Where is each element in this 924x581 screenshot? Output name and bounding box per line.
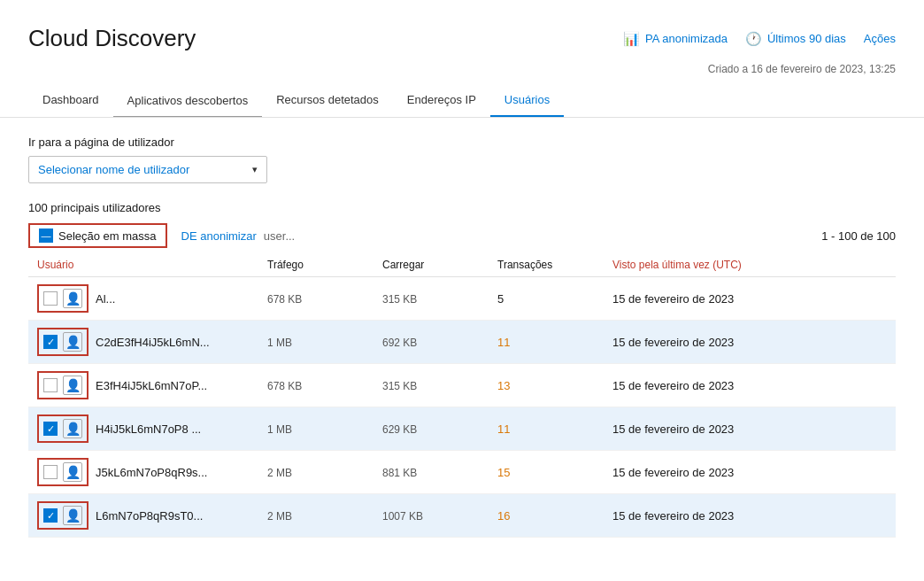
transactions-cell: 16 <box>489 494 604 538</box>
upload-cell: 1007 KB <box>373 494 489 538</box>
transactions-value: 11 <box>497 336 510 349</box>
user-cell: 👤Al... <box>37 284 250 313</box>
row-checkbox-area: ✓👤 <box>37 414 89 443</box>
transactions-value: 16 <box>497 509 510 523</box>
actions-button[interactable]: Ações <box>864 32 896 45</box>
user-avatar-icon: 👤 <box>63 376 82 395</box>
tabs-bar: Dashboard Aplicativos descobertos Recurs… <box>0 84 924 118</box>
time-filter-action[interactable]: 🕐 Últimos 90 dias <box>745 31 846 47</box>
clock-icon: 🕐 <box>745 31 762 47</box>
user-cell: ✓👤C2dE3fH4iJ5kL6mN... <box>37 328 250 356</box>
de-anonymize-button[interactable]: DE anonimizar <box>181 229 257 243</box>
row-checkbox[interactable] <box>43 378 58 392</box>
last-seen-value: 15 de fevereiro de 2023 <box>612 292 734 306</box>
table-row: 👤Al...678 KB315 KB515 de fevereiro de 20… <box>28 277 896 321</box>
checkmark-icon: ✓ <box>47 423 55 435</box>
traffic-cell: 2 MB <box>258 451 373 494</box>
traffic-value: 1 MB <box>267 337 292 349</box>
upload-value: 315 KB <box>382 293 417 306</box>
transactions-cell: 11 <box>489 321 604 364</box>
row-checkbox-area: ✓👤 <box>37 328 89 356</box>
username-label[interactable]: C2dE3fH4iJ5kL6mN... <box>96 336 210 349</box>
last-seen-cell: 15 de fevereiro de 2023 <box>604 494 896 538</box>
header-actions: 📊 PA anonimizada 🕐 Últimos 90 dias Ações <box>623 31 896 47</box>
anonymized-action[interactable]: 📊 PA anonimizada <box>623 31 728 47</box>
user-avatar-icon: 👤 <box>63 506 82 525</box>
user-avatar-icon: 👤 <box>63 332 82 352</box>
tab-ip-addresses[interactable]: Endereços IP <box>393 84 490 117</box>
last-seen-cell: 15 de fevereiro de 2023 <box>604 407 896 451</box>
user-cell: ✓👤H4iJ5kL6mN7oP8 ... <box>37 414 250 443</box>
table-header: Usuário Tráfego Carregar Transações Vist… <box>28 252 896 277</box>
col-header-user: Usuário <box>28 252 258 277</box>
last-seen-cell: 15 de fevereiro de 2023 <box>604 451 896 494</box>
mass-select-box[interactable]: — Seleção em massa <box>28 223 167 248</box>
transactions-value: 5 <box>497 292 504 306</box>
username-label[interactable]: J5kL6mN7oP8qR9s... <box>96 466 207 479</box>
mass-select-row: — Seleção em massa DE anonimizar user...… <box>28 223 896 248</box>
dropdown-label: Ir para a página de utilizador <box>28 136 896 149</box>
user-avatar-icon: 👤 <box>63 419 82 438</box>
username-label[interactable]: L6mN7oP8qR9sT0... <box>96 509 203 523</box>
row-checkbox[interactable]: ✓ <box>43 508 58 523</box>
header: Cloud Discovery 📊 PA anonimizada 🕐 Últim… <box>0 0 924 59</box>
page: Cloud Discovery 📊 PA anonimizada 🕐 Últim… <box>0 0 924 581</box>
username-label[interactable]: H4iJ5kL6mN7oP8 ... <box>96 422 201 436</box>
dropdown-placeholder: Selecionar nome de utilizador <box>38 163 189 176</box>
transactions-cell: 15 <box>489 451 604 494</box>
table-row: ✓👤L6mN7oP8qR9sT0...2 MB1007 KB1615 de fe… <box>28 494 896 538</box>
table-row: 👤E3fH4iJ5kL6mN7oP...678 KB315 KB1315 de … <box>28 364 896 407</box>
anonymized-label: PA anonimizada <box>645 32 728 45</box>
transactions-cell: 13 <box>489 364 604 407</box>
row-checkbox-area: ✓👤 <box>37 501 89 530</box>
upload-value: 1007 KB <box>382 510 423 523</box>
mass-select-checkbox[interactable]: — <box>39 229 53 243</box>
page-title: Cloud Discovery <box>28 25 196 52</box>
tab-detected-resources[interactable]: Recursos detetados <box>262 84 393 117</box>
checkmark-icon: ✓ <box>47 510 55 522</box>
user-selector-dropdown[interactable]: Selecionar nome de utilizador ▾ <box>28 156 267 183</box>
traffic-cell: 678 KB <box>258 364 373 407</box>
user-filter-text: user... <box>264 229 295 243</box>
checkmark-icon: — <box>42 230 51 241</box>
tab-users[interactable]: Usuários <box>490 84 564 117</box>
traffic-value: 678 KB <box>267 380 302 392</box>
username-label[interactable]: E3fH4iJ5kL6mN7oP... <box>96 379 207 392</box>
col-header-transactions: Transações <box>489 252 604 277</box>
table-row: ✓👤H4iJ5kL6mN7oP8 ...1 MB629 KB1115 de fe… <box>28 407 896 451</box>
row-checkbox-area: 👤 <box>37 284 89 313</box>
table-header-row: Usuário Tráfego Carregar Transações Vist… <box>28 252 896 277</box>
table-body: 👤Al...678 KB315 KB515 de fevereiro de 20… <box>28 277 896 538</box>
user-avatar-icon: 👤 <box>63 289 82 308</box>
col-header-upload: Carregar <box>373 252 489 277</box>
mass-select-left: — Seleção em massa DE anonimizar user... <box>28 223 295 248</box>
table-row: ✓👤C2dE3fH4iJ5kL6mN...1 MB692 KB1115 de f… <box>28 321 896 364</box>
transactions-value: 11 <box>497 422 510 436</box>
user-avatar-icon: 👤 <box>63 462 82 482</box>
created-date: Criado a 16 de fevereiro de 2023, 13:25 <box>0 59 924 84</box>
row-checkbox[interactable] <box>43 291 58 306</box>
row-checkbox[interactable] <box>43 465 58 479</box>
tab-dashboard[interactable]: Dashboard <box>28 84 113 117</box>
anonymized-icon: 📊 <box>623 31 640 47</box>
users-table: Usuário Tráfego Carregar Transações Vist… <box>28 252 896 538</box>
upload-cell: 315 KB <box>373 277 489 321</box>
user-cell: ✓👤L6mN7oP8qR9sT0... <box>37 501 250 530</box>
last-seen-value: 15 de fevereiro de 2023 <box>612 509 734 523</box>
traffic-cell: 2 MB <box>258 494 373 538</box>
upload-value: 692 KB <box>382 337 417 349</box>
content: Ir para a página de utilizador Seleciona… <box>0 118 924 552</box>
tab-discovered-apps[interactable]: Aplicativos descobertos <box>113 85 263 117</box>
last-seen-cell: 15 de fevereiro de 2023 <box>604 321 896 364</box>
row-checkbox[interactable]: ✓ <box>43 335 58 349</box>
row-checkbox[interactable]: ✓ <box>43 422 58 436</box>
time-filter-label: Últimos 90 dias <box>767 32 846 45</box>
transactions-cell: 5 <box>489 277 604 321</box>
row-checkbox-area: 👤 <box>37 371 89 399</box>
upload-value: 629 KB <box>382 423 417 436</box>
last-seen-value: 15 de fevereiro de 2023 <box>612 379 734 392</box>
last-seen-value: 15 de fevereiro de 2023 <box>612 466 734 479</box>
transactions-value: 13 <box>497 379 510 392</box>
pagination-info: 1 - 100 de 100 <box>821 229 896 243</box>
username-label[interactable]: Al... <box>96 292 115 306</box>
